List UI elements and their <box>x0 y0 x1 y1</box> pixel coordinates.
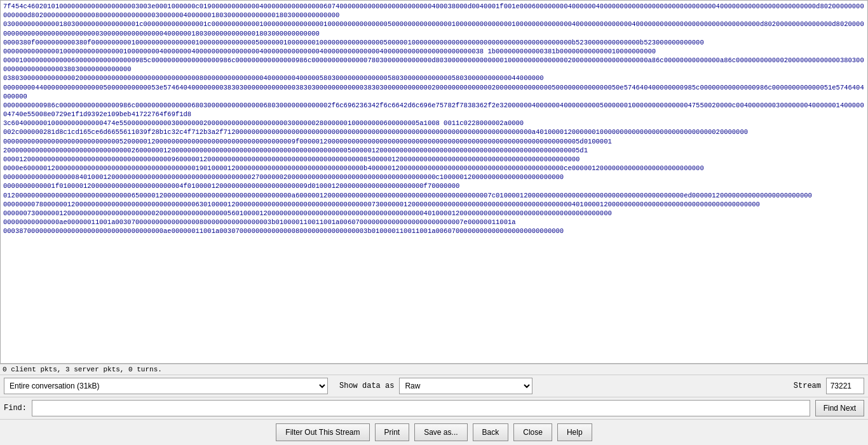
status-bar: 0 client pkts, 3 server pkts, 0 turns. <box>0 364 868 375</box>
stream-spinbox[interactable] <box>826 378 864 394</box>
conversation-select[interactable]: Entire conversation (31kB) <box>4 378 328 394</box>
close-button[interactable]: Close <box>513 423 552 441</box>
filter-out-button[interactable]: Filter Out This Stream <box>276 423 369 441</box>
controls-row2: Find: Find Next <box>0 397 868 419</box>
hex-content-area[interactable]: 7f454c4602010100000000000000000003003e00… <box>0 0 868 364</box>
controls-row3: Filter Out This Stream Print Save as... … <box>0 419 868 445</box>
save-as-button[interactable]: Save as... <box>414 423 467 441</box>
controls-row1: Entire conversation (31kB) Show data as … <box>0 375 868 397</box>
show-data-label: Show data as <box>339 382 394 390</box>
help-button[interactable]: Help <box>557 423 592 441</box>
stream-label: Stream <box>794 382 821 390</box>
find-label: Find: <box>4 404 27 413</box>
find-input[interactable] <box>32 400 810 416</box>
status-text: 0 client pkts, 3 server pkts, 0 turns. <box>3 366 162 373</box>
print-button[interactable]: Print <box>375 423 410 441</box>
find-next-button[interactable]: Find Next <box>815 400 864 416</box>
data-format-select[interactable]: RawASCIIHex DumpC ArraysYAML <box>399 378 532 394</box>
back-button[interactable]: Back <box>473 423 509 441</box>
